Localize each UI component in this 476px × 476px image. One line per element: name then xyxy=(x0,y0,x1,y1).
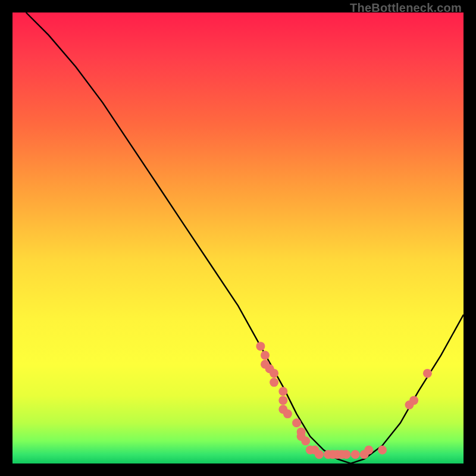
data-marker xyxy=(292,418,301,427)
chart-frame xyxy=(12,12,464,464)
data-marker xyxy=(409,396,418,405)
data-marker xyxy=(301,437,310,446)
data-marker xyxy=(278,396,287,405)
data-marker xyxy=(351,450,360,459)
data-marker xyxy=(278,387,287,396)
chart-svg xyxy=(12,12,464,464)
data-marker xyxy=(378,446,387,455)
data-marker xyxy=(261,351,270,360)
marker-group xyxy=(256,342,432,459)
watermark-text: TheBottleneck.com xyxy=(350,1,462,15)
data-marker xyxy=(283,409,292,418)
data-marker xyxy=(315,450,324,459)
data-marker xyxy=(270,378,278,387)
data-marker xyxy=(270,369,278,378)
data-marker xyxy=(256,342,265,350)
data-marker xyxy=(342,450,350,459)
data-marker xyxy=(423,369,432,378)
data-marker xyxy=(364,446,373,455)
bottleneck-curve xyxy=(26,12,464,464)
